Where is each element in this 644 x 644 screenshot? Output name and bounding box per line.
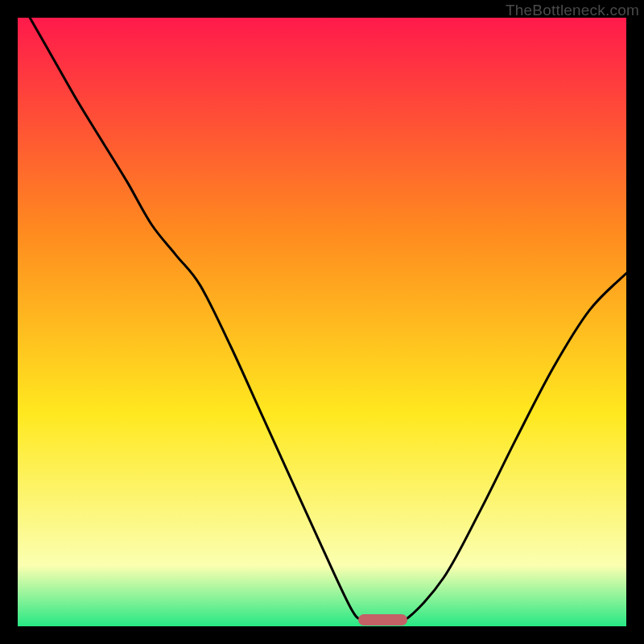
attribution-text: TheBottleneck.com bbox=[506, 2, 639, 19]
bottleneck-chart bbox=[18, 18, 626, 626]
chart-frame bbox=[18, 18, 626, 626]
gradient-background bbox=[18, 18, 626, 626]
optimal-marker bbox=[358, 614, 407, 625]
